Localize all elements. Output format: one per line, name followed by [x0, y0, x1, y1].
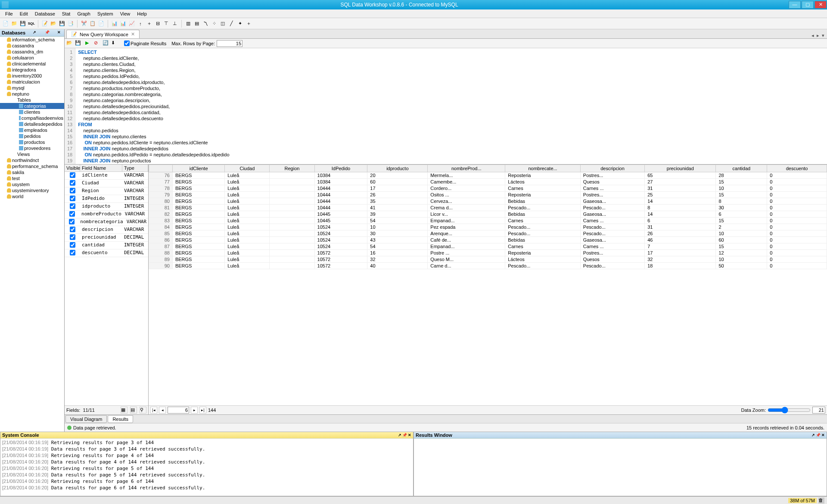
open-sql-icon[interactable]: 📂 [66, 40, 73, 47]
tree-item-matriculacion[interactable]: matriculacion [0, 79, 64, 85]
field-visible-checkbox[interactable] [70, 242, 75, 248]
grid-column-header[interactable]: idproducto [367, 165, 428, 172]
menu-stat[interactable]: Stat [59, 10, 74, 17]
page-first-button[interactable]: |◂ [150, 407, 157, 414]
table-row[interactable]: 77BERGSLuleå1038460Camembe...LácteosQues… [149, 179, 827, 185]
page-prev-button[interactable]: ◂ [159, 407, 166, 414]
table-row[interactable]: 80BERGSLuleå1044435Cerveza...BebidasGase… [149, 198, 827, 205]
regression-icon[interactable]: ╱ [227, 20, 235, 28]
console-close-icon[interactable]: ✕ [408, 433, 411, 437]
table-row[interactable]: 86BERGSLuleå1052443Café de...BebidasGase… [149, 237, 827, 243]
tree-item-productos[interactable]: productos [0, 139, 64, 145]
table-row[interactable]: 82BERGSLuleå1044539Licor v...BebidasGase… [149, 211, 827, 218]
tree-item-clientes[interactable]: clientes [0, 109, 64, 115]
chart-top-icon[interactable]: ⊤ [162, 20, 170, 28]
run-icon[interactable]: ▶ [85, 40, 92, 47]
field-row[interactable]: nombrecategoriaVARCHAR [65, 218, 148, 226]
panel-pin-icon[interactable]: 📌 [45, 30, 50, 35]
table-row[interactable]: 88BERGSLuleå1057216Postre ...ReposteriaP… [149, 250, 827, 256]
paginate-checkbox-label[interactable]: Paginate Results [124, 40, 166, 46]
refresh-icon[interactable]: 🔄 [103, 40, 109, 47]
tree-item-pedidos[interactable]: pedidos [0, 133, 64, 139]
chart-bar2-icon[interactable]: 📊 [119, 20, 127, 28]
tree-item-proveedores[interactable]: proveedores [0, 145, 64, 151]
sql-icon[interactable]: SQL [28, 20, 35, 28]
grid-column-header[interactable]: preciounidad [645, 165, 716, 172]
menu-help[interactable]: Help [134, 10, 150, 17]
tree-item-tables[interactable]: Tables [0, 97, 64, 103]
field-visible-checkbox[interactable] [70, 234, 75, 240]
page-input[interactable] [168, 407, 189, 414]
field-visible-checkbox[interactable] [70, 180, 75, 186]
field-visible-checkbox[interactable] [70, 203, 75, 209]
scatter-icon[interactable]: ⁘ [210, 20, 218, 28]
tree-item-information_schema[interactable]: information_schema [0, 37, 64, 43]
field-visible-checkbox[interactable] [69, 219, 75, 224]
paste-icon[interactable]: 📄 [97, 20, 105, 28]
field-row[interactable]: cantidadINTEGER [65, 242, 148, 249]
copy-icon[interactable]: 📋 [89, 20, 96, 28]
tab-list-icon[interactable]: ▾ [821, 33, 825, 38]
console-pin-icon[interactable]: 📌 [402, 433, 407, 437]
table-row[interactable]: 83BERGSLuleå1044554Empanad...CarnesCarne… [149, 218, 827, 224]
tree-item-clinicaelemental[interactable]: clinicaelemental [0, 61, 64, 67]
save-sql-icon[interactable]: 💾 [75, 40, 82, 47]
table-row[interactable]: 81BERGSLuleå1044441Crema d...Pescado...P… [149, 205, 827, 211]
tree-item-cassandra_dm[interactable]: cassandra_dm [0, 49, 64, 55]
save-query-icon[interactable]: 💾 [58, 20, 66, 28]
export-icon[interactable]: ⬇ [111, 40, 118, 47]
tab-results[interactable]: Results [108, 415, 133, 423]
field-visible-checkbox[interactable] [70, 188, 75, 193]
chart-mid-icon[interactable]: ⊟ [154, 20, 162, 28]
tree-item-integradora[interactable]: integradora [0, 67, 64, 73]
field-row[interactable]: idClienteVARCHAR [65, 172, 148, 180]
results-grid[interactable]: idClienteCiudadRegionIdPedidoidproducton… [149, 165, 827, 269]
grid-column-header[interactable] [149, 165, 173, 172]
menu-edit[interactable]: Edit [16, 10, 31, 17]
zoom-slider[interactable] [768, 407, 811, 414]
chart-bar-icon[interactable]: 📊 [111, 20, 118, 28]
cut-icon[interactable]: ✂️ [80, 20, 88, 28]
resultswin-pin-icon[interactable]: 📌 [816, 433, 821, 437]
table-row[interactable]: 79BERGSLuleå1044426Ositos ...ReposteriaP… [149, 192, 827, 198]
grid-column-header[interactable]: Region [270, 165, 314, 172]
field-row[interactable]: idproductoINTEGER [65, 203, 148, 211]
grid-column-header[interactable]: descripcion [580, 165, 644, 172]
panel-close-icon[interactable]: ✕ [57, 30, 62, 35]
tree-item-compa-iasdeenvios[interactable]: compañiasdeenvios [0, 115, 64, 121]
field-row[interactable]: CiudadVARCHAR [65, 180, 148, 187]
grid-column-header[interactable]: idCliente [172, 165, 224, 172]
tree-item-mysql[interactable]: mysql [0, 85, 64, 91]
chart-up-icon[interactable]: ↑ [137, 20, 144, 28]
maximize-button[interactable]: ▢ [802, 1, 814, 9]
table-row[interactable]: 89BERGSLuleå1057232Queso M...LácteosQues… [149, 256, 827, 263]
chart-plus-icon[interactable]: ＋ [145, 20, 153, 28]
star-icon[interactable]: ✦ [236, 20, 244, 28]
resultswin-close-icon[interactable]: ✕ [821, 433, 825, 437]
tree-item-views[interactable]: Views [0, 151, 64, 157]
table-row[interactable]: 87BERGSLuleå1052454Empanad...CarnesCarne… [149, 243, 827, 250]
table-row[interactable]: 85BERGSLuleå1052430Arenque...Pescado...P… [149, 230, 827, 237]
tree-item-empleados[interactable]: empleados [0, 127, 64, 133]
paginate-checkbox[interactable] [124, 40, 130, 46]
tree-item-performance_schema[interactable]: performance_schema [0, 163, 64, 169]
sql-editor[interactable]: 12345678910111213141516171819202122 SELE… [65, 48, 827, 165]
menu-system[interactable]: System [94, 10, 117, 17]
fields-view1-icon[interactable]: ▦ [121, 407, 127, 414]
maxrows-input[interactable] [217, 40, 243, 47]
close-button[interactable]: ✕ [815, 1, 827, 9]
tree-item-usysteminventory[interactable]: usysteminventory [0, 187, 64, 193]
menu-file[interactable]: File [2, 10, 16, 17]
saveall-icon[interactable]: 📑 [67, 20, 75, 28]
tree-item-test[interactable]: test [0, 175, 64, 181]
tree-item-world[interactable]: world [0, 193, 64, 199]
histogram-icon[interactable]: ▥ [184, 20, 192, 28]
new-query-icon[interactable]: 📝 [41, 20, 49, 28]
field-visible-checkbox[interactable] [70, 172, 75, 178]
tree-item-cassandra[interactable]: cassandra [0, 43, 64, 49]
grid-column-header[interactable]: descuento [767, 165, 827, 172]
tree-item-northwindnct[interactable]: northwindnct [0, 157, 64, 163]
tab-new-query[interactable]: 📝 New Query Workspace ✕ [66, 30, 140, 38]
console-restore-icon[interactable]: ↗ [398, 433, 401, 437]
new-file-icon[interactable]: 📄 [2, 20, 9, 28]
